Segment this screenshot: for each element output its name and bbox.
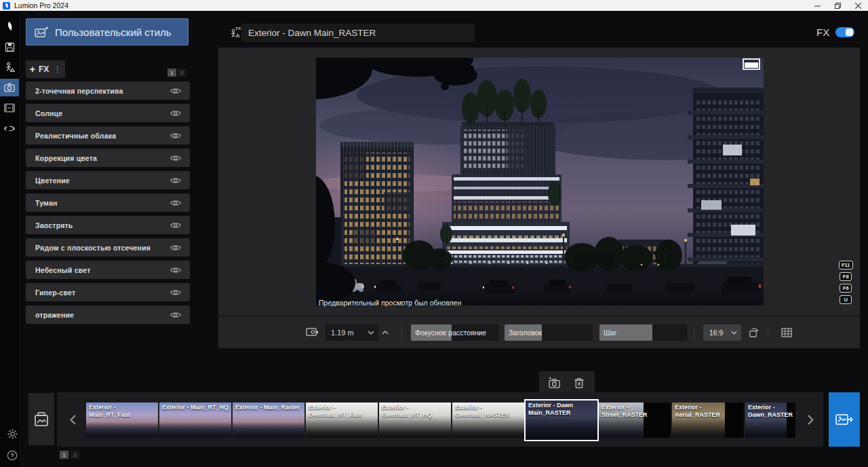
eye-icon[interactable] bbox=[170, 244, 182, 252]
photo-thumbnail[interactable]: Exterior - Main_Raster bbox=[233, 403, 304, 438]
eye-icon[interactable] bbox=[170, 288, 182, 297]
grid-overlay-icon[interactable] bbox=[778, 324, 795, 341]
effects-page-1[interactable]: 1 bbox=[167, 69, 176, 77]
effect-row[interactable]: Небесный свет bbox=[26, 261, 190, 279]
focal-length-slider[interactable]: Фокусное расстояние bbox=[411, 324, 499, 341]
lumion-app-window: Lumion Pro 2024 bbox=[0, 0, 868, 467]
help-button[interactable]: ? bbox=[5, 449, 19, 462]
eye-icon[interactable] bbox=[170, 266, 182, 274]
photo-thumbnail[interactable]: Exterior - Dawn Main_RASTER bbox=[526, 400, 597, 440]
key-f8[interactable]: F8 bbox=[840, 272, 852, 281]
photo-thumbnail[interactable]: Exterior - Main_RT_Fast bbox=[86, 403, 158, 438]
key-f11[interactable]: F11 bbox=[839, 261, 853, 269]
aspect-ratio-dropdown[interactable]: 16:9 bbox=[703, 324, 741, 341]
photo-name-input[interactable] bbox=[241, 24, 475, 42]
photo-action-bar bbox=[539, 371, 595, 394]
camera-preview-icon[interactable] bbox=[304, 324, 320, 341]
photo-workspace-panel: Предварительный просмотр был обновлен 1.… bbox=[218, 48, 860, 348]
svg-text:?: ? bbox=[10, 452, 14, 459]
effect-label: Цветение bbox=[35, 176, 70, 185]
effect-label: Туман bbox=[35, 199, 58, 207]
camera-height-up-button[interactable] bbox=[378, 324, 392, 341]
photo-thumbnail[interactable]: Exterior - Overcast_RT_Fast bbox=[306, 403, 378, 438]
thumbnail-label: Exterior - Overcast_RT_HQ bbox=[382, 404, 450, 419]
photoset-collection-button[interactable] bbox=[28, 393, 54, 445]
thumbnail-label: Exterior - Dawn_RASTER bbox=[748, 404, 795, 419]
shortcut-key-hints: F11 F8 F6 U bbox=[839, 261, 853, 304]
effect-row[interactable]: Туман bbox=[26, 193, 190, 212]
custom-style-label: Пользовательский стиль bbox=[55, 26, 172, 38]
photo-thumbnail[interactable]: Exterior - Overcast_RASTER bbox=[452, 403, 524, 438]
plus-icon: + bbox=[30, 64, 35, 74]
photo-thumbnail[interactable]: Exterior - Street_RASTER bbox=[599, 403, 671, 438]
dusk-cityscape-render bbox=[316, 58, 764, 305]
safe-frame-icon[interactable] bbox=[743, 58, 760, 70]
movie-mode-icon[interactable] bbox=[0, 99, 19, 117]
thumbnail-label: Exterior - Main_RT_HQ bbox=[162, 404, 230, 411]
chevron-down-icon bbox=[368, 331, 374, 335]
trash-icon bbox=[574, 377, 585, 389]
scroll-left-button[interactable] bbox=[65, 410, 80, 429]
effect-row[interactable]: Коррекция цвета bbox=[26, 149, 190, 167]
effects-page-2[interactable]: 2 bbox=[178, 69, 186, 77]
eye-icon[interactable] bbox=[170, 132, 182, 140]
effect-row[interactable]: Рядом с плоскостью отсечения bbox=[26, 238, 190, 257]
build-mode-icon[interactable] bbox=[0, 58, 19, 76]
effect-label: Заострять bbox=[35, 221, 73, 229]
eye-icon[interactable] bbox=[170, 109, 182, 117]
save-icon[interactable] bbox=[0, 38, 19, 56]
chevron-left-icon bbox=[70, 415, 76, 425]
minimize-button[interactable] bbox=[807, 0, 827, 11]
question-icon: ? bbox=[7, 450, 18, 461]
delete-photo-button[interactable] bbox=[570, 373, 589, 392]
effect-row[interactable]: 2-точечная перспектива bbox=[26, 81, 190, 100]
effect-row[interactable]: Реалистичные облака bbox=[26, 126, 190, 145]
chevron-up-icon bbox=[382, 331, 389, 335]
photo-thumbnail[interactable]: Exterior - Dawn_RASTER bbox=[745, 403, 795, 438]
eye-icon[interactable] bbox=[170, 311, 182, 319]
close-button[interactable] bbox=[848, 0, 868, 11]
photo-thumbnail[interactable]: Exterior - Aerial_RASTER bbox=[672, 403, 744, 438]
scroll-right-button[interactable] bbox=[803, 410, 818, 429]
effect-label: Небесный свет bbox=[35, 266, 91, 274]
eye-icon[interactable] bbox=[170, 154, 182, 162]
eye-icon[interactable] bbox=[170, 87, 182, 95]
effect-row[interactable]: Гипер-свет bbox=[26, 283, 190, 301]
rotate-orientation-icon[interactable] bbox=[745, 324, 762, 341]
photo-thumbnail[interactable]: Exterior - Main_RT_HQ bbox=[159, 403, 231, 438]
step-field-slider[interactable]: Шаг bbox=[599, 324, 688, 341]
effect-row[interactable]: Солнце bbox=[26, 104, 190, 122]
settings-button[interactable] bbox=[5, 427, 19, 441]
thumbnail-label: Exterior - Dawn Main_RASTER bbox=[528, 402, 596, 417]
fx-toggle-switch[interactable] bbox=[835, 27, 854, 37]
photoset-page-2[interactable]: 2 bbox=[71, 451, 79, 459]
menu-dots-icon[interactable]: ⋮ bbox=[54, 65, 61, 74]
photo-thumbnail[interactable]: Exterior - Overcast_RT_HQ bbox=[379, 403, 451, 438]
window-title: Lumion Pro 2024 bbox=[14, 1, 68, 10]
panorama-360-icon[interactable] bbox=[0, 119, 19, 137]
effect-label: Коррекция цвета bbox=[35, 154, 97, 162]
step-field-label: Шаг bbox=[604, 324, 616, 341]
eye-icon[interactable] bbox=[170, 199, 182, 207]
render-photo-button[interactable] bbox=[829, 392, 860, 447]
effect-row[interactable]: Цветение bbox=[26, 171, 190, 189]
eye-icon[interactable] bbox=[170, 176, 182, 185]
eye-icon[interactable] bbox=[170, 221, 182, 229]
key-u[interactable]: U bbox=[840, 295, 852, 304]
preview-status-text: Предварительный просмотр был обновлен bbox=[319, 299, 461, 307]
focal-length-label: Фокусное расстояние bbox=[415, 324, 486, 341]
effect-row[interactable]: отражение bbox=[26, 305, 190, 324]
style-image-icon bbox=[35, 26, 49, 38]
effect-row[interactable]: Заострять bbox=[26, 216, 190, 234]
key-f6[interactable]: F6 bbox=[840, 284, 852, 293]
maximize-button[interactable] bbox=[827, 0, 848, 11]
add-effect-button[interactable]: + FX ⋮ bbox=[26, 60, 65, 78]
photoset-page-1[interactable]: 1 bbox=[60, 451, 68, 459]
render-preview[interactable] bbox=[316, 58, 764, 305]
title-field-slider[interactable]: Заголовок bbox=[505, 324, 593, 341]
custom-style-button[interactable]: Пользовательский стиль bbox=[26, 18, 189, 45]
camera-height-dropdown[interactable]: 1.19 m bbox=[326, 324, 378, 341]
update-photo-button[interactable] bbox=[545, 373, 564, 392]
photo-mode-icon[interactable] bbox=[0, 79, 19, 96]
thumbnail-label: Exterior - Main_RT_Fast bbox=[89, 404, 157, 419]
